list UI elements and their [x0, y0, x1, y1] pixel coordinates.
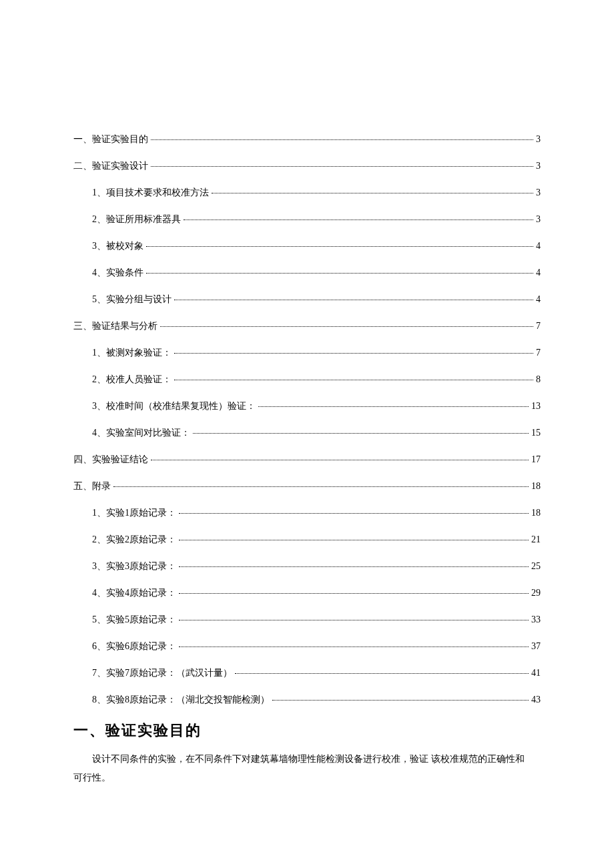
toc-entry-page: 18 [531, 508, 541, 518]
toc-entry-label: 7、实验7原始记录：（武汉计量） [92, 667, 232, 679]
toc-leader-dots [174, 379, 533, 380]
document-page: 一、验证实验目的3二、验证实验设计31、项目技术要求和校准方法 32、验证所用标… [0, 0, 614, 827]
toc-leader-dots [193, 432, 529, 434]
toc-entry: 3、被校对象 4 [73, 240, 541, 252]
toc-entry-page: 43 [531, 695, 541, 705]
toc-entry: 4、实验室间对比验证： 15 [73, 427, 541, 439]
toc-entry-page: 4 [536, 268, 541, 278]
toc-entry-page: 3 [536, 187, 541, 198]
toc-entry: 3、实验3原始记录： 25 [73, 560, 541, 572]
toc-entry: 1、项目技术要求和校准方法 3 [73, 187, 541, 199]
toc-entry-label: 5、实验分组与设计 [92, 294, 172, 306]
toc-entry-label: 4、实验室间对比验证： [92, 427, 190, 439]
toc-entry-page: 18 [531, 481, 541, 492]
toc-entry-label: 4、实验4原始记录： [92, 587, 176, 599]
toc-entry: 3、校准时间（校准结果复现性）验证： 13 [73, 400, 541, 412]
toc-entry-page: 25 [531, 561, 541, 572]
toc-entry: 二、验证实验设计3 [73, 160, 541, 172]
toc-entry-label: 5、实验5原始记录： [92, 614, 176, 626]
toc-leader-dots [160, 326, 533, 327]
toc-entry-page: 13 [531, 401, 541, 412]
toc-entry: 1、被测对象验证： 7 [73, 347, 541, 359]
toc-leader-dots [146, 272, 533, 274]
toc-leader-dots [184, 219, 533, 220]
toc-entry-page: 3 [536, 134, 541, 145]
toc-entry-label: 五、附录 [73, 480, 111, 492]
toc-leader-dots [174, 352, 533, 354]
toc-entry-label: 2、校准人员验证： [92, 374, 172, 386]
toc-entry: 五、附录18 [73, 480, 541, 492]
toc-entry-label: 2、实验2原始记录： [92, 534, 176, 546]
toc-entry: 一、验证实验目的3 [73, 133, 541, 145]
toc-entry: 4、实验4原始记录： 29 [73, 587, 541, 599]
toc-leader-dots [179, 566, 529, 567]
toc-leader-dots [151, 139, 533, 140]
toc-entry: 2、校准人员验证： 8 [73, 374, 541, 386]
toc-leader-dots [146, 246, 533, 247]
table-of-contents: 一、验证实验目的3二、验证实验设计31、项目技术要求和校准方法 32、验证所用标… [73, 133, 541, 706]
toc-entry-page: 7 [536, 348, 541, 358]
toc-entry-label: 1、被测对象验证： [92, 347, 172, 359]
toc-leader-dots [179, 512, 529, 514]
toc-entry-label: 8、实验8原始记录：（湖北交投智能检测） [92, 694, 270, 706]
toc-leader-dots [272, 699, 529, 701]
toc-entry-label: 一、验证实验目的 [73, 133, 148, 145]
toc-entry-page: 3 [536, 214, 541, 225]
toc-entry: 四、实验验证结论17 [73, 454, 541, 466]
toc-entry-page: 17 [531, 454, 541, 465]
toc-entry: 6、实验6原始记录： 37 [73, 640, 541, 653]
toc-entry-page: 7 [536, 321, 541, 332]
toc-entry-page: 21 [531, 534, 541, 545]
toc-leader-dots [235, 673, 529, 674]
toc-leader-dots [179, 592, 529, 594]
toc-entry-label: 3、实验3原始记录： [92, 560, 176, 572]
toc-entry-label: 四、实验验证结论 [73, 454, 148, 466]
toc-entry-page: 37 [531, 641, 541, 652]
toc-entry-label: 3、校准时间（校准结果复现性）验证： [92, 400, 256, 412]
toc-entry: 1、实验1原始记录： 18 [73, 507, 541, 519]
toc-leader-dots [174, 299, 533, 300]
toc-entry: 4、实验条件 4 [73, 267, 541, 279]
toc-entry-label: 4、实验条件 [92, 267, 143, 279]
section-1-heading: 一、验证实验目的 [73, 721, 541, 741]
toc-entry: 5、实验5原始记录： 33 [73, 614, 541, 626]
toc-entry-page: 15 [531, 428, 541, 438]
toc-entry-label: 三、验证结果与分析 [73, 320, 158, 332]
toc-entry-page: 41 [531, 668, 541, 679]
toc-entry: 2、验证所用标准器具 3 [73, 213, 541, 226]
section-1-paragraph-line2: 可行性。 [73, 769, 541, 787]
toc-entry-label: 3、被校对象 [92, 240, 143, 252]
toc-entry-page: 3 [536, 161, 541, 171]
toc-leader-dots [212, 192, 533, 193]
toc-leader-dots [179, 619, 529, 620]
toc-entry-label: 1、实验1原始记录： [92, 507, 176, 519]
toc-entry-label: 1、项目技术要求和校准方法 [92, 187, 209, 199]
section-1-paragraph-line1: 设计不同条件的实验，在不同条件下对建筑幕墙物理性能检测设备进行校准，验证 该校准… [73, 750, 541, 769]
toc-entry: 三、验证结果与分析7 [73, 320, 541, 332]
toc-leader-dots [179, 539, 529, 540]
toc-entry: 5、实验分组与设计 4 [73, 294, 541, 306]
toc-entry-label: 二、验证实验设计 [73, 160, 148, 172]
toc-entry-label: 2、验证所用标准器具 [92, 213, 181, 226]
toc-entry-page: 33 [531, 614, 541, 625]
toc-leader-dots [151, 165, 533, 167]
toc-leader-dots [151, 459, 529, 460]
toc-entry-page: 8 [536, 374, 541, 385]
toc-entry: 2、实验2原始记录： 21 [73, 534, 541, 546]
toc-leader-dots [113, 486, 529, 487]
toc-entry: 8、实验8原始记录：（湖北交投智能检测） 43 [73, 694, 541, 706]
toc-entry-page: 29 [531, 588, 541, 598]
toc-leader-dots [179, 646, 529, 647]
toc-entry-label: 6、实验6原始记录： [92, 640, 176, 653]
toc-entry-page: 4 [536, 241, 541, 252]
toc-entry-page: 4 [536, 294, 541, 305]
toc-leader-dots [258, 406, 529, 407]
toc-entry: 7、实验7原始记录：（武汉计量） 41 [73, 667, 541, 679]
